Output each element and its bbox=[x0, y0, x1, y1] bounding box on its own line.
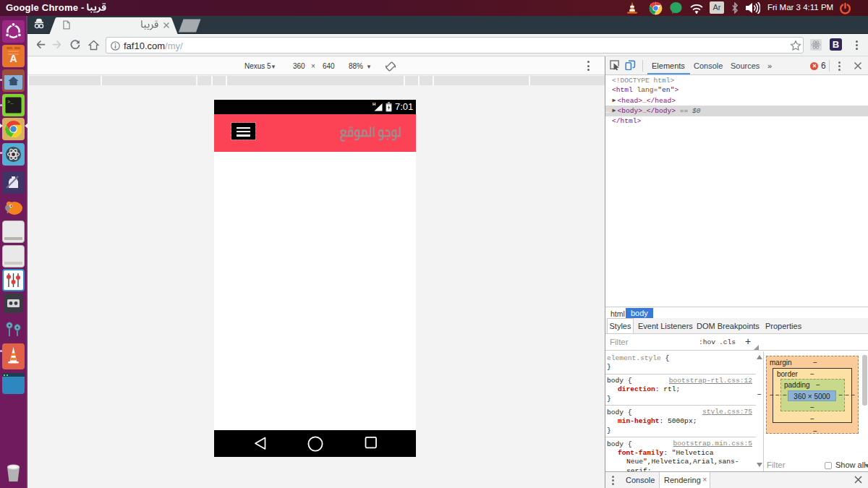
svg-text:>_: >_ bbox=[7, 99, 14, 105]
svg-text:A: A bbox=[9, 53, 17, 64]
